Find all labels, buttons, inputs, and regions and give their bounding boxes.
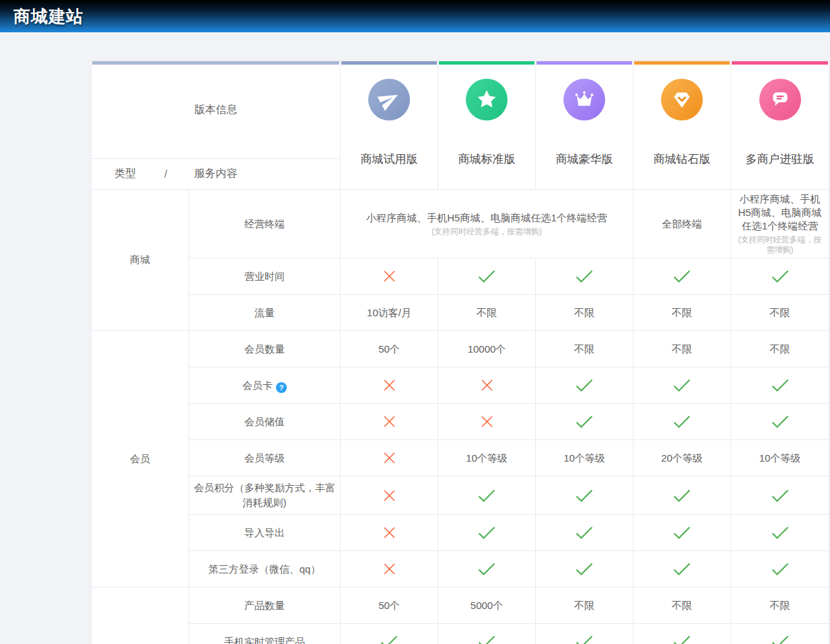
value-text: 不限 <box>637 343 726 356</box>
version-info-corner-cell: 版本信息 <box>92 61 341 159</box>
value-cell: 不限 <box>633 587 731 624</box>
value-cell <box>536 404 633 440</box>
value-text: 不限 <box>540 306 629 320</box>
version-column-label: 多商户进驻版 <box>731 151 829 167</box>
table-header-row: 版本信息 商城试用版商城标准版商城豪华版商城钻石版多商户进驻版 <box>92 61 829 159</box>
check-icon <box>540 489 629 503</box>
feature-label: 流量 <box>254 307 275 318</box>
chat-bubble-icon <box>759 79 801 120</box>
value-cell <box>438 551 536 587</box>
table-row: 第三方登录（微信、qq） <box>92 551 829 587</box>
value-cell <box>731 258 829 295</box>
value-cell: 不限 <box>536 331 633 367</box>
page-title: 商城建站 <box>0 0 830 32</box>
value-text: 不限 <box>442 306 531 320</box>
cross-icon <box>345 526 434 540</box>
cross-icon <box>345 415 434 429</box>
feature-label: 会员储值 <box>244 416 285 427</box>
cross-icon <box>345 269 434 283</box>
value-text: 不限 <box>735 599 825 612</box>
value-cell <box>536 624 633 644</box>
table-row: 会员储值 <box>92 404 829 440</box>
value-cell <box>341 367 438 404</box>
feature-label: 会员等级 <box>244 452 285 464</box>
check-icon <box>442 635 531 644</box>
value-cell: 50个 <box>341 587 438 624</box>
value-text: 小程序商城、手机H5商城、电脑商城任选1个终端经营 <box>735 192 825 233</box>
value-cell <box>438 624 536 644</box>
value-text: 5000个 <box>442 599 531 612</box>
feature-label-cell: 营业时间 <box>189 258 341 295</box>
column-color-bar <box>537 61 632 65</box>
value-cell <box>633 258 731 295</box>
check-icon <box>637 635 726 644</box>
check-icon <box>540 269 629 283</box>
cross-icon <box>345 378 434 392</box>
table-row: 会员会员数量50个10000个不限不限不限 <box>92 331 829 367</box>
value-text: 全部终端 <box>637 217 726 231</box>
value-cell <box>731 476 829 515</box>
value-cell: 不限 <box>731 331 829 367</box>
value-cell: 50个 <box>341 331 438 367</box>
check-icon <box>637 378 726 392</box>
value-cell <box>341 404 438 440</box>
version-column-header: 商城豪华版 <box>536 61 633 190</box>
value-text: 不限 <box>637 599 726 612</box>
value-cell: 不限 <box>438 295 536 331</box>
feature-label-cell: 流量 <box>189 295 341 331</box>
value-cell <box>731 551 829 587</box>
feature-label: 第三方登录（微信、qq） <box>209 563 321 575</box>
value-cell: 全部终端 <box>633 190 731 258</box>
value-text: 不限 <box>735 343 825 356</box>
check-icon <box>735 415 825 429</box>
help-icon[interactable]: ? <box>276 382 287 393</box>
value-cell <box>341 440 438 476</box>
version-column-label: 商城试用版 <box>341 151 438 167</box>
cross-icon <box>345 451 434 465</box>
feature-label-cell: 会员卡? <box>189 367 341 404</box>
type-service-corner-cell: 类型 / 服务内容 <box>92 159 341 190</box>
value-cell: 5000个 <box>438 587 536 624</box>
service-content-label: 服务内容 <box>194 167 237 181</box>
value-cell <box>633 476 731 515</box>
value-cell <box>633 404 731 440</box>
value-text: 10个等级 <box>442 452 531 465</box>
check-icon <box>735 269 825 283</box>
table-row: 营业时间 <box>92 258 829 295</box>
type-service-slash: / <box>164 168 167 180</box>
column-color-bar <box>634 61 730 65</box>
group-label-cell: 商城 <box>92 190 189 331</box>
check-icon <box>540 378 629 392</box>
cross-icon <box>442 378 531 392</box>
crown-icon <box>563 79 605 120</box>
value-cell: 不限 <box>536 295 633 331</box>
feature-label-cell: 第三方登录（微信、qq） <box>189 551 341 587</box>
value-text: 50个 <box>345 343 434 356</box>
value-cell: 20个等级 <box>633 440 731 476</box>
check-icon <box>637 526 726 540</box>
feature-label: 手机实时管理产品 <box>224 636 305 644</box>
value-cell <box>633 551 731 587</box>
value-cell <box>731 404 829 440</box>
value-cell <box>438 258 536 295</box>
table-row: 会员等级10个等级10个等级20个等级10个等级 <box>92 440 829 476</box>
value-cell: 不限 <box>731 295 829 331</box>
page-header-bar: 商城建站 <box>0 0 830 32</box>
table-row: 会员卡? <box>92 367 829 404</box>
value-cell <box>731 367 829 404</box>
check-icon <box>540 562 629 576</box>
check-icon <box>637 489 726 503</box>
check-icon <box>637 269 726 283</box>
feature-label-cell: 导入导出 <box>189 515 341 551</box>
value-text: 不限 <box>540 599 629 612</box>
check-icon <box>540 526 629 540</box>
feature-label-cell: 经营终端 <box>189 190 341 258</box>
value-cell: 不限 <box>536 587 633 624</box>
column-color-bar <box>341 61 437 65</box>
check-icon <box>540 635 629 644</box>
version-column-header: 商城标准版 <box>438 61 536 190</box>
version-column-label: 商城豪华版 <box>536 151 633 167</box>
value-text: 10访客/月 <box>345 306 434 320</box>
feature-label-cell: 会员储值 <box>189 404 341 440</box>
value-cell <box>341 258 438 295</box>
